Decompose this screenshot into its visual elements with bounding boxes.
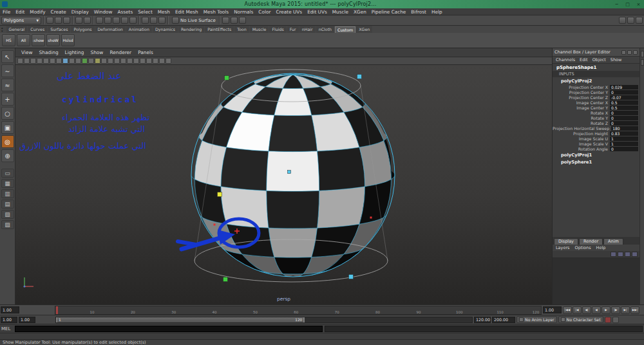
safe-title-icon[interactable] bbox=[153, 58, 158, 64]
shelf-tab-curves[interactable]: Curves bbox=[28, 26, 47, 33]
shelf-tab-ncloth[interactable]: nCloth bbox=[316, 26, 334, 33]
menu-window[interactable]: Window bbox=[91, 9, 115, 15]
channel-value-field[interactable]: 1 bbox=[610, 136, 638, 141]
scale-tool[interactable]: ▣ bbox=[1, 121, 14, 134]
channel-value-field[interactable]: 0 bbox=[610, 111, 638, 115]
channel-box-menu-show[interactable]: Show bbox=[611, 57, 622, 62]
panel-menu-lighting[interactable]: Lighting bbox=[62, 50, 88, 55]
panel-menu-renderer[interactable]: Renderer bbox=[106, 50, 135, 55]
step-forward-key-button[interactable]: |▶ bbox=[611, 306, 620, 314]
panel-menu-show[interactable]: Show bbox=[87, 50, 106, 55]
menu-color[interactable]: Color bbox=[256, 9, 273, 15]
shelf-item-all[interactable]: All bbox=[17, 34, 30, 46]
channel-value-field[interactable]: 0 bbox=[610, 121, 638, 126]
shelf-tab-fur[interactable]: Fur bbox=[287, 26, 299, 33]
time-start-field[interactable]: 1.00 bbox=[1, 306, 19, 313]
menu-file[interactable]: File bbox=[0, 9, 13, 15]
rotate-tool[interactable]: ○ bbox=[1, 107, 14, 120]
channel-value-field[interactable]: 0 bbox=[610, 147, 638, 151]
menu-bifrost[interactable]: Bifrost bbox=[408, 9, 429, 15]
render-settings-icon[interactable] bbox=[239, 17, 246, 24]
channel-box-menu-object[interactable]: Object bbox=[592, 57, 606, 62]
animation-start-field[interactable]: 1.00 bbox=[1, 317, 17, 323]
tab-render[interactable]: Render bbox=[579, 238, 603, 245]
manip-handle-bottom-left[interactable] bbox=[223, 277, 228, 282]
channel-value-field[interactable]: 0.5 bbox=[610, 106, 638, 110]
play-backwards-button[interactable]: ◀ bbox=[592, 306, 601, 314]
channel-box-menu-channels[interactable]: Channels bbox=[556, 57, 575, 62]
menu-xgen[interactable]: XGen bbox=[351, 9, 369, 15]
menu-normals[interactable]: Normals bbox=[231, 9, 256, 15]
menu-pipeline-cache[interactable]: Pipeline Cache bbox=[369, 9, 409, 15]
panel-menu-shading[interactable]: Shading bbox=[36, 50, 62, 55]
layout-three-pane[interactable]: ▧ bbox=[1, 210, 14, 219]
new-scene-icon[interactable] bbox=[46, 17, 53, 24]
sidebar-attribute-editor-toggle-icon[interactable] bbox=[627, 17, 634, 24]
menu-help[interactable]: Help bbox=[429, 9, 445, 15]
lasso-tool[interactable]: ∼ bbox=[1, 64, 14, 77]
shelf-tab-rendering[interactable]: Rendering bbox=[178, 26, 204, 33]
shelf-tab-xgen[interactable]: XGen bbox=[356, 26, 372, 33]
shelf-tab-animation[interactable]: Animation bbox=[126, 26, 152, 33]
channel-box-menu-edit[interactable]: Edit bbox=[580, 57, 588, 62]
render-current-frame-icon[interactable] bbox=[222, 17, 229, 24]
shelf-tab-surfaces[interactable]: Surfaces bbox=[48, 26, 70, 33]
menu-muscle[interactable]: Muscle bbox=[330, 9, 351, 15]
undo-icon[interactable] bbox=[75, 17, 82, 24]
expand-icon[interactable] bbox=[627, 50, 632, 55]
shelf-tab-muscle[interactable]: Muscle bbox=[250, 26, 269, 33]
shelf-item-hslsd[interactable]: Hslsd bbox=[61, 34, 75, 46]
select-camera-icon[interactable] bbox=[17, 58, 23, 64]
sidebar-tool-settings-toggle-icon[interactable] bbox=[636, 17, 643, 24]
shelf-tab-painteffects[interactable]: PaintEffects bbox=[205, 26, 234, 33]
menu-modify[interactable]: Modify bbox=[27, 9, 48, 15]
command-line-input[interactable] bbox=[15, 326, 323, 332]
layer-menu-options[interactable]: Options bbox=[575, 245, 591, 250]
range-slider-bar[interactable]: 1 120 bbox=[56, 317, 305, 322]
playback-end-field[interactable]: 120.00 bbox=[474, 317, 491, 323]
character-set-selector[interactable]: No Character Set bbox=[558, 316, 603, 323]
layout-two-pane-side[interactable]: ▥ bbox=[1, 189, 14, 198]
menu-edit-mesh[interactable]: Edit Mesh bbox=[173, 9, 201, 15]
menu-edit-uvs[interactable]: Edit UVs bbox=[305, 9, 330, 15]
shelf-item-show[interactable]: :show bbox=[32, 34, 45, 46]
tab-anim[interactable]: Anim bbox=[603, 238, 623, 245]
channel-value-field[interactable]: -0.07 bbox=[610, 95, 638, 100]
last-tool[interactable]: ⊕ bbox=[1, 149, 14, 162]
menu-display[interactable]: Display bbox=[69, 9, 91, 15]
menu-mesh[interactable]: Mesh bbox=[155, 9, 173, 15]
current-frame-field[interactable]: 1.00 bbox=[543, 306, 562, 313]
layer-menu-help[interactable]: Help bbox=[596, 245, 606, 250]
move-layer-up-icon[interactable] bbox=[625, 252, 630, 257]
shelf-tab-dynamics[interactable]: Dynamics bbox=[153, 26, 178, 33]
maximize-button[interactable]: □ bbox=[622, 2, 633, 7]
shelf-tab-general[interactable]: General bbox=[6, 26, 28, 33]
wireframe-icon[interactable] bbox=[62, 58, 68, 64]
current-time-marker[interactable] bbox=[56, 306, 58, 314]
lights-icon[interactable] bbox=[82, 58, 88, 64]
grease-pencil-icon[interactable] bbox=[56, 58, 62, 64]
menu-create-uvs[interactable]: Create UVs bbox=[273, 9, 305, 15]
go-to-start-button[interactable]: |◀◀ bbox=[563, 306, 572, 314]
shadows-icon[interactable] bbox=[88, 58, 94, 64]
popout-icon[interactable] bbox=[633, 50, 638, 55]
shelf-tab-polygons[interactable]: Polygons bbox=[71, 26, 94, 33]
shelf-item-hs[interactable]: HS bbox=[2, 34, 15, 46]
snap-grid-icon[interactable] bbox=[96, 17, 103, 24]
snap-view-plane-icon[interactable] bbox=[129, 17, 137, 24]
redo-icon[interactable] bbox=[84, 17, 91, 24]
channel-value-field[interactable]: 0.029 bbox=[610, 85, 638, 89]
output-connections-icon[interactable] bbox=[150, 17, 157, 24]
viewport-canvas[interactable]: عند الضغط علىcylindricalتظهر هذه العلامة… bbox=[15, 65, 552, 304]
animation-end-field[interactable]: 200.00 bbox=[492, 317, 515, 323]
range-end-handle[interactable]: 120 bbox=[295, 318, 302, 322]
channel-value-field[interactable]: 1 bbox=[610, 142, 638, 146]
layer-list[interactable] bbox=[553, 258, 639, 304]
node-polysphere1[interactable]: polySphere1 bbox=[553, 158, 639, 165]
step-back-frame-button[interactable]: |◀ bbox=[573, 306, 582, 314]
show-manipulator-tool[interactable]: ◎ bbox=[1, 135, 14, 148]
open-scene-icon[interactable] bbox=[55, 17, 62, 24]
isolate-select-icon[interactable] bbox=[120, 58, 126, 64]
sidebar-channelbox-toggle-icon[interactable] bbox=[619, 17, 626, 24]
lock-camera-icon[interactable] bbox=[24, 58, 30, 64]
